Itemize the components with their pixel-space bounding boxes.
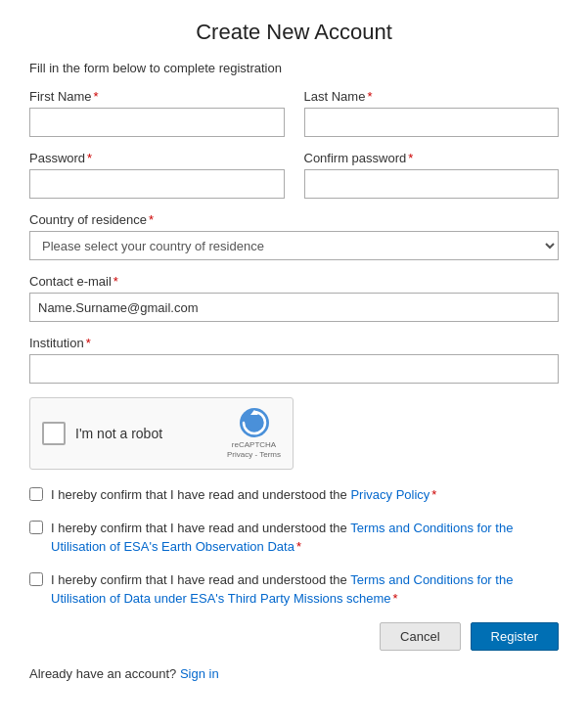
- last-name-label: Last Name*: [304, 89, 560, 104]
- captcha-widget: I'm not a robot reCAPTCHA Privacy - Term…: [29, 397, 294, 470]
- last-name-input[interactable]: [304, 108, 560, 137]
- first-name-input[interactable]: [29, 108, 285, 137]
- captcha-text: reCAPTCHA Privacy - Terms: [227, 440, 281, 461]
- captcha-checkbox[interactable]: [42, 422, 66, 445]
- already-account-section: Already have an account? Sign in: [29, 666, 559, 681]
- confirm-password-label: Confirm password*: [304, 151, 560, 165]
- country-select[interactable]: Please select your country of residence: [29, 231, 559, 260]
- terms-third-party-checkbox-group: I hereby confirm that I have read and un…: [29, 570, 559, 609]
- form-actions: Cancel Register: [29, 622, 559, 651]
- password-input[interactable]: [29, 169, 285, 199]
- country-label: Country of residence*: [29, 212, 559, 227]
- terms-third-party-label: I hereby confirm that I have read and un…: [51, 570, 559, 609]
- recaptcha-icon: [239, 407, 270, 438]
- terms-eo-checkbox-group: I hereby confirm that I have read and un…: [29, 519, 559, 557]
- terms-eo-checkbox[interactable]: [29, 521, 43, 534]
- email-label: Contact e-mail*: [29, 274, 559, 289]
- confirm-password-input[interactable]: [304, 169, 560, 199]
- email-input[interactable]: [29, 293, 559, 322]
- terms-third-party-checkbox[interactable]: [29, 572, 43, 586]
- institution-label: Institution*: [29, 336, 559, 350]
- privacy-policy-checkbox[interactable]: [29, 487, 43, 501]
- privacy-policy-checkbox-group: I hereby confirm that I have read and un…: [29, 485, 559, 505]
- captcha-label: I'm not a robot: [75, 426, 217, 441]
- terms-eo-label: I hereby confirm that I have read and un…: [51, 519, 559, 557]
- privacy-policy-link[interactable]: Privacy Policy: [350, 487, 430, 502]
- institution-input[interactable]: [29, 354, 559, 384]
- privacy-policy-label: I hereby confirm that I have read and un…: [51, 485, 436, 505]
- captcha-branding: reCAPTCHA Privacy - Terms: [227, 407, 281, 461]
- page-title: Create New Account: [29, 20, 559, 45]
- first-name-label: First Name*: [29, 89, 285, 104]
- register-button[interactable]: Register: [471, 622, 559, 651]
- password-label: Password*: [29, 151, 285, 165]
- cancel-button[interactable]: Cancel: [380, 622, 460, 651]
- form-subtitle: Fill in the form below to complete regis…: [29, 61, 559, 75]
- signin-link[interactable]: Sign in: [180, 666, 219, 681]
